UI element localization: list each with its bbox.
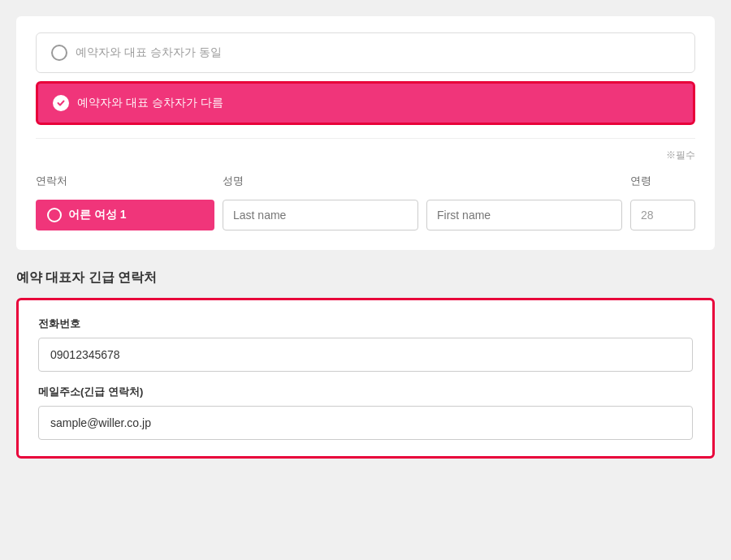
email-label: 메일주소(긴급 연락처) [38,385,693,399]
passenger-check-circle [47,208,62,222]
age-input[interactable] [630,200,695,230]
passenger-row: 어른 여성 1 [36,200,695,230]
divider [36,138,695,139]
col-contact: 연락처 [36,174,214,188]
col-name: 성명 [223,174,418,188]
contact-card: 전화번호 메일주소(긴급 연락처) [16,298,715,459]
phone-input[interactable] [38,338,693,372]
passenger-badge-label: 어른 여성 1 [68,208,127,222]
table-header: 연락처 성명 연령 [36,169,695,193]
option-different-circle [53,95,69,111]
phone-label: 전화번호 [38,317,693,331]
emergency-contact-section: 예약 대표자 긴급 연락처 전화번호 메일주소(긴급 연락처) [16,269,715,459]
option-same-circle [51,45,67,61]
col-name-2 [426,174,622,188]
option-different-label: 예약자와 대표 승차자가 다름 [77,96,223,110]
section-title: 예약 대표자 긴급 연락처 [16,269,715,286]
passenger-badge[interactable]: 어른 여성 1 [36,200,214,230]
col-age: 연령 [630,174,695,188]
passenger-selection-card: 예약자와 대표 승차자가 동일 예약자와 대표 승차자가 다름 ※필수 연락처 … [16,16,715,250]
option-different[interactable]: 예약자와 대표 승차자가 다름 [36,81,695,125]
passenger-check-icon [50,211,58,219]
email-input[interactable] [38,406,693,440]
option-same-label: 예약자와 대표 승차자가 동일 [76,45,222,60]
option-same[interactable]: 예약자와 대표 승차자가 동일 [36,32,695,73]
first-name-input[interactable] [426,200,622,230]
last-name-input[interactable] [223,200,418,230]
required-note: ※필수 [36,149,695,162]
check-icon [57,99,65,107]
